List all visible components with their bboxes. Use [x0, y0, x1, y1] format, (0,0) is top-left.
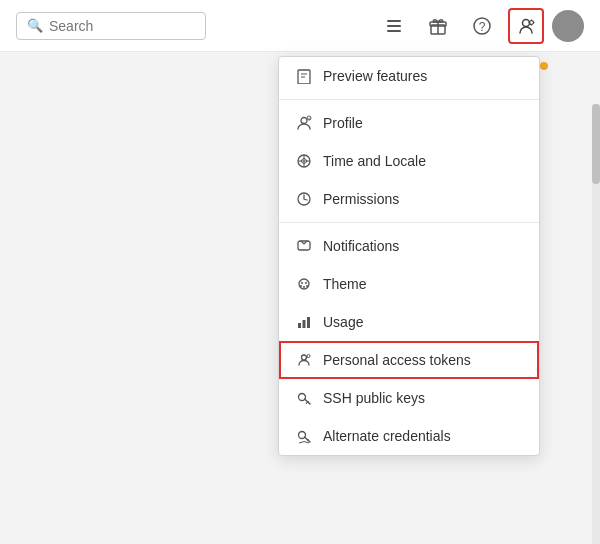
menu-item-alternate-credentials-label: Alternate credentials	[323, 428, 451, 444]
theme-icon	[295, 275, 313, 293]
divider-1	[279, 99, 539, 100]
menu-item-permissions-label: Permissions	[323, 191, 399, 207]
svg-point-30	[306, 285, 308, 287]
gift-icon-button[interactable]	[420, 8, 456, 44]
menu-item-preview-features[interactable]: Preview features	[279, 57, 539, 95]
ssh-public-keys-icon	[295, 389, 313, 407]
top-bar-icon-group: ?	[376, 8, 584, 44]
menu-item-personal-access-tokens[interactable]: Personal access tokens	[279, 341, 539, 379]
user-dropdown-menu: Preview features ⚙ Profile	[278, 56, 540, 456]
menu-item-time-locale-label: Time and Locale	[323, 153, 426, 169]
menu-item-profile[interactable]: ⚙ Profile	[279, 104, 539, 142]
svg-point-26	[301, 282, 303, 284]
svg-line-39	[305, 399, 311, 404]
help-icon-button[interactable]: ?	[464, 8, 500, 44]
notifications-icon	[295, 237, 313, 255]
list-icon	[385, 17, 403, 35]
top-bar: 🔍 ?	[0, 0, 600, 52]
notification-dot	[540, 62, 548, 70]
menu-item-personal-access-tokens-label: Personal access tokens	[323, 352, 471, 368]
gift-icon	[428, 16, 448, 36]
search-input[interactable]	[49, 18, 195, 34]
svg-rect-24	[298, 241, 310, 250]
menu-item-preview-features-label: Preview features	[323, 68, 427, 84]
list-icon-button[interactable]	[376, 8, 412, 44]
svg-rect-1	[387, 25, 401, 27]
svg-point-27	[305, 282, 307, 284]
svg-rect-0	[387, 20, 401, 22]
profile-icon: ⚙	[295, 114, 313, 132]
svg-text:?: ?	[479, 20, 486, 34]
menu-item-theme-label: Theme	[323, 276, 367, 292]
content-area: Preview features ⚙ Profile	[0, 52, 600, 544]
alternate-credentials-icon	[295, 427, 313, 445]
time-locale-icon	[295, 152, 313, 170]
menu-item-permissions[interactable]: Permissions	[279, 180, 539, 218]
svg-point-8	[523, 19, 530, 26]
svg-point-9	[530, 20, 534, 24]
user-settings-icon-button[interactable]	[508, 8, 544, 44]
svg-line-37	[305, 359, 306, 361]
menu-item-profile-label: Profile	[323, 115, 363, 131]
menu-item-ssh-public-keys[interactable]: SSH public keys	[279, 379, 539, 417]
menu-item-usage[interactable]: Usage	[279, 303, 539, 341]
help-icon: ?	[472, 16, 492, 36]
svg-text:⚙: ⚙	[308, 117, 311, 121]
svg-rect-31	[298, 323, 301, 328]
divider-2	[279, 222, 539, 223]
menu-item-alternate-credentials[interactable]: Alternate credentials	[279, 417, 539, 455]
menu-item-time-locale[interactable]: Time and Locale	[279, 142, 539, 180]
preview-features-icon	[295, 67, 313, 85]
search-icon: 🔍	[27, 18, 43, 33]
user-settings-icon	[516, 16, 536, 36]
avatar[interactable]	[552, 10, 584, 42]
svg-point-17	[301, 118, 307, 124]
svg-point-28	[303, 286, 305, 288]
svg-rect-33	[307, 317, 310, 328]
permissions-icon	[295, 190, 313, 208]
personal-access-tokens-icon	[295, 351, 313, 369]
scrollbar-thumb[interactable]	[592, 104, 600, 184]
menu-item-ssh-public-keys-label: SSH public keys	[323, 390, 425, 406]
search-box[interactable]: 🔍	[16, 12, 206, 40]
svg-rect-32	[303, 320, 306, 328]
svg-point-29	[300, 285, 302, 287]
usage-icon	[295, 313, 313, 331]
menu-item-notifications[interactable]: Notifications	[279, 227, 539, 265]
menu-item-theme[interactable]: Theme	[279, 265, 539, 303]
menu-item-usage-label: Usage	[323, 314, 363, 330]
svg-rect-2	[387, 30, 401, 32]
menu-item-notifications-label: Notifications	[323, 238, 399, 254]
